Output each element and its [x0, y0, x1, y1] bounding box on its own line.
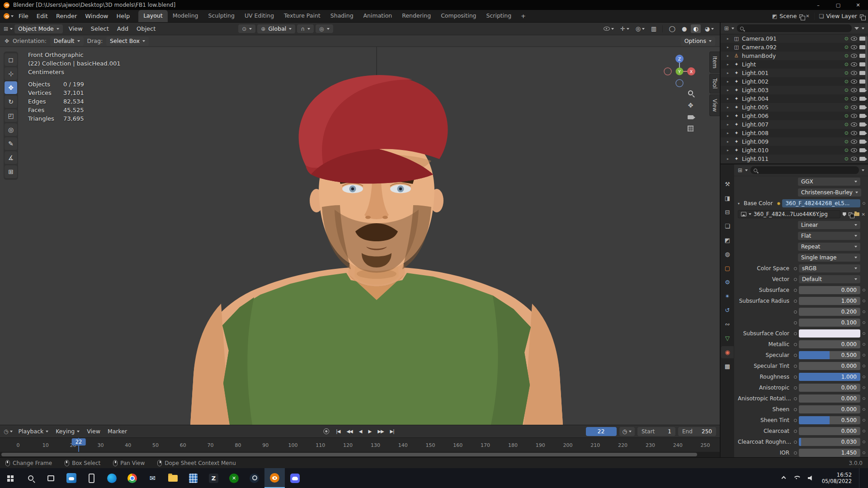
app-z-button[interactable]: Z: [203, 468, 224, 488]
outliner-search-input[interactable]: [737, 24, 852, 32]
pan-hand-icon[interactable]: ✥: [688, 102, 693, 109]
expand-arrow-icon[interactable]: ▸: [727, 37, 731, 41]
jump-to-end-button[interactable]: ▶|: [388, 428, 396, 435]
tab-particles[interactable]: ✴: [721, 290, 734, 302]
outliner-row[interactable]: ▸ ✦ Light.006 ⊙: [721, 112, 868, 120]
auto-keying-record-icon[interactable]: [323, 428, 329, 434]
discord-button[interactable]: [285, 468, 305, 488]
outliner-row[interactable]: ▸ ✦ Light.008 ⊙: [721, 129, 868, 137]
viewport-menu-item[interactable]: Object: [132, 23, 160, 35]
image-texture-field[interactable]: 360_F_4824...7Luo44K6Y.jpg: [738, 210, 840, 218]
decorator-dot-icon[interactable]: [794, 451, 797, 455]
object-visibility-button[interactable]: [601, 26, 616, 32]
property-slider[interactable]: 0.000: [799, 394, 860, 403]
taskbar-search-button[interactable]: [20, 468, 41, 488]
expand-arrow-icon[interactable]: ▸: [727, 88, 731, 92]
sidebar-tab[interactable]: Tool: [709, 74, 720, 93]
properties-editor-icon[interactable]: ⊞: [738, 167, 742, 174]
calculator-button[interactable]: [183, 468, 203, 488]
animate-dot-icon[interactable]: [863, 386, 865, 389]
animate-dot-icon[interactable]: [863, 343, 865, 346]
decorator-dot-icon[interactable]: [794, 430, 797, 433]
tool-rotate[interactable]: ↻: [5, 95, 17, 108]
disable-in-render-icon[interactable]: [859, 122, 865, 127]
hide-in-viewport-icon[interactable]: [851, 80, 857, 84]
expand-arrow-icon[interactable]: ▸: [727, 114, 731, 118]
shading-rendered-button[interactable]: ◕: [703, 24, 716, 33]
start-button[interactable]: [0, 468, 20, 488]
timeline-ruler[interactable]: 0102030405060708090100110120130140150160…: [0, 437, 720, 452]
timeline-editor-icon[interactable]: ◷: [4, 428, 8, 435]
viewport-menu-item[interactable]: Add: [113, 23, 132, 35]
add-workspace-button[interactable]: +: [516, 13, 530, 19]
hide-in-viewport-icon[interactable]: [851, 97, 857, 101]
snapping-selector[interactable]: ∩: [297, 24, 314, 33]
view-layer-selector[interactable]: ❏ View Layer: [819, 13, 857, 19]
object-name[interactable]: Light.011: [742, 155, 769, 162]
toggle-ortho-icon[interactable]: [688, 126, 693, 131]
object-name[interactable]: Light.007: [742, 121, 769, 128]
disable-in-render-icon[interactable]: [859, 131, 865, 135]
hide-in-viewport-icon[interactable]: [851, 131, 857, 135]
play-button[interactable]: ▶: [366, 428, 374, 435]
timeline-menu-item[interactable]: View: [83, 428, 104, 435]
decorator-dot-icon[interactable]: [794, 375, 797, 379]
expand-arrow-icon[interactable]: ▸: [727, 105, 731, 109]
workspace-tab[interactable]: Animation: [359, 10, 397, 22]
timeline-scrollbar[interactable]: [0, 452, 720, 457]
outliner-editor-icon[interactable]: ⊞: [724, 25, 729, 32]
object-name[interactable]: Light: [742, 61, 756, 68]
property-slider[interactable]: [799, 329, 860, 338]
outliner-row[interactable]: ▸ ✦ Light.007 ⊙: [721, 120, 868, 129]
expand-arrow-icon[interactable]: ▸: [727, 122, 731, 127]
blender-taskbar-button[interactable]: [264, 468, 285, 488]
property-slider[interactable]: 1.000: [799, 373, 860, 381]
disable-in-render-icon[interactable]: [859, 45, 865, 49]
hide-in-viewport-icon[interactable]: [851, 71, 857, 75]
decorator-dot-icon[interactable]: [794, 289, 797, 292]
playback-sync-selector[interactable]: ◷: [619, 427, 635, 436]
blender-menu-icon[interactable]: [4, 13, 9, 19]
open-image-folder-icon[interactable]: [854, 212, 859, 216]
property-slider[interactable]: 1.450: [799, 449, 860, 457]
gizmo-negative-x-axis[interactable]: [664, 68, 671, 75]
decorator-dot-icon[interactable]: [794, 343, 797, 346]
outliner-row[interactable]: ▸ ✦ Light.011 ⊙: [721, 155, 868, 163]
outliner-row[interactable]: ▸ ✦ Light ⊙: [721, 60, 868, 69]
animate-dot-icon[interactable]: [863, 365, 865, 367]
disable-in-render-icon[interactable]: [859, 88, 865, 92]
disable-in-render-icon[interactable]: [859, 37, 865, 41]
object-name[interactable]: Light.006: [742, 113, 769, 119]
tab-view-layer[interactable]: ❏: [721, 220, 734, 232]
expand-arrow-icon[interactable]: ▸: [727, 80, 731, 84]
disable-in-render-icon[interactable]: [859, 148, 865, 152]
timeline-menu-item[interactable]: Keying: [52, 428, 83, 435]
your-phone-button[interactable]: [81, 468, 102, 488]
menu-item[interactable]: File: [14, 10, 33, 22]
animate-dot-icon[interactable]: [863, 408, 865, 411]
property-slider[interactable]: 0.200: [799, 308, 860, 316]
dropdown-field[interactable]: Flat: [798, 232, 860, 240]
sidebar-tab[interactable]: View: [709, 94, 720, 116]
object-name[interactable]: Light.004: [742, 95, 769, 102]
decorator-dot-icon[interactable]: [794, 354, 797, 357]
expand-arrow-icon[interactable]: ▸: [727, 62, 731, 66]
close-button[interactable]: ✕: [848, 0, 868, 10]
object-name[interactable]: Light.001: [742, 70, 769, 76]
disable-in-render-icon[interactable]: [859, 62, 865, 66]
expand-arrow-icon[interactable]: ▸: [727, 97, 731, 101]
menu-item[interactable]: Edit: [33, 10, 52, 22]
menu-item[interactable]: Window: [81, 10, 112, 22]
workspace-tab[interactable]: Shading: [326, 10, 359, 22]
next-keyframe-button[interactable]: ▶▶: [375, 428, 386, 435]
animate-dot-icon[interactable]: [863, 451, 865, 454]
hide-in-viewport-icon[interactable]: [851, 37, 857, 41]
menu-item[interactable]: Render: [52, 10, 81, 22]
mode-selector[interactable]: Object Mode: [14, 24, 63, 33]
dropdown-field[interactable]: Linear: [798, 221, 860, 229]
jump-to-start-button[interactable]: |◀: [334, 428, 342, 435]
tool-measure[interactable]: ∡: [5, 151, 17, 164]
chevron-down-icon[interactable]: [862, 169, 864, 171]
decorator-dot-icon[interactable]: [794, 310, 797, 314]
workspace-tab[interactable]: Sculpting: [203, 10, 240, 22]
